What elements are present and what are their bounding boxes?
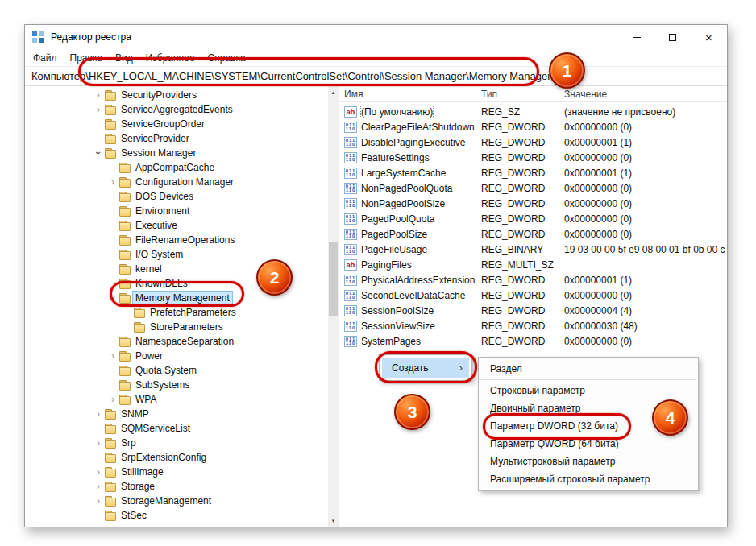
tree-item[interactable]: ›WPA [25,392,328,407]
reg-binary-icon [344,152,357,163]
column-header-name[interactable]: Имя [339,86,476,101]
tree-item-label: Srp [118,436,139,449]
registry-value-row[interactable]: DisablePagingExecutiveREG_DWORD0x0000000… [339,134,727,150]
tree-item[interactable]: Quota System [25,363,328,378]
tree-item[interactable]: ›Srp [25,436,328,450]
tree-item[interactable]: ›ServiceAggregatedEvents [25,102,328,117]
annotation-oval-create [375,351,477,383]
minimize-icon [633,37,641,38]
value-type: REG_DWORD [476,275,559,286]
value-type: REG_DWORD [476,168,559,179]
tree-item[interactable]: PrefetchParameters [25,305,328,320]
tree-item[interactable]: StoreParameters [25,320,328,334]
submenu-item[interactable]: Расширяемый строковый параметр [479,470,698,488]
value-data: (значение не присвоено) [559,106,727,118]
minimize-button[interactable] [618,25,654,49]
registry-value-row[interactable]: NonPagedPoolQuotaREG_DWORD0x00000000 (0) [339,180,727,196]
tree-item[interactable]: ›SecurityProviders [25,88,328,102]
folder-icon [118,337,131,347]
registry-value-row[interactable]: PhysicalAddressExtensionREG_DWORD0x00000… [339,272,727,287]
submenu-item[interactable]: Раздел [479,360,698,378]
registry-value-row[interactable]: NonPagedPoolSizeREG_DWORD0x00000000 (0) [339,196,727,211]
registry-value-row[interactable]: LargeSystemCacheREG_DWORD0x00000001 (1) [339,165,727,180]
tree-item[interactable]: ›StillImage [25,465,328,479]
tree-item[interactable]: StSec [25,508,328,523]
chevron-right-icon[interactable]: › [93,436,104,449]
tree-item[interactable]: ›Storage [25,479,328,494]
scroll-down-icon[interactable]: ▾ [328,515,339,527]
scrollbar-thumb[interactable] [329,242,338,316]
reg-string-icon [344,259,357,271]
reg-binary-icon [344,168,357,179]
value-type: REG_DWORD [476,229,559,240]
tree-item[interactable]: NamespaceSeparation [25,334,328,349]
tree-item-label: SNMP [118,407,152,420]
chevron-right-icon[interactable]: › [93,103,104,116]
tree-item[interactable]: ›StorageManagement [25,494,328,508]
tree-item[interactable]: SubSystems [25,378,328,392]
chevron-right-icon[interactable]: › [107,176,118,188]
registry-value-row[interactable]: PagedPoolSizeREG_DWORD0x00000000 (0) [339,226,727,242]
tree-vertical-scrollbar[interactable]: ▴ ▾ [328,86,339,527]
registry-value-row[interactable]: SecondLevelDataCacheREG_DWORD0x00000000 … [339,287,727,303]
annotation-step-4: 4 [652,399,688,436]
chevron-right-icon[interactable]: › [107,350,118,362]
tree-item-label: Storage [118,480,157,493]
tree-item[interactable]: SQMServiceList [25,421,328,436]
tree-item[interactable]: ›Power [25,349,328,363]
registry-value-row[interactable]: PagingFilesREG_MULTI_SZ [339,257,727,272]
submenu-item[interactable]: Мультистроковый параметр [479,453,698,470]
menu-item[interactable]: Файл [27,51,64,65]
column-header-value[interactable]: Значение [559,86,727,101]
annotation-step-2: 2 [256,259,293,296]
chevron-right-icon[interactable]: › [93,465,104,478]
folder-icon [104,424,117,434]
reg-binary-icon [344,122,357,133]
chevron-right-icon[interactable]: › [93,480,104,493]
registry-value-row[interactable]: FeatureSettingsREG_DWORD0x00000000 (0) [339,150,727,165]
registry-value-row[interactable]: (По умолчанию)REG_SZ(значение не присвое… [339,104,727,119]
tree-item[interactable]: ServiceGroupOrder [25,117,328,131]
folder-icon [104,105,117,115]
maximize-button[interactable] [654,25,691,49]
tree-item[interactable]: AppCompatCache [25,160,328,175]
scroll-up-icon[interactable]: ▴ [328,86,339,98]
registry-value-row[interactable]: ClearPageFileAtShutdownREG_DWORD0x000000… [339,119,727,134]
chevron-down-icon[interactable]: › [92,147,105,159]
folder-icon [118,264,131,275]
column-header-type[interactable]: Тип [476,86,559,101]
tree-item[interactable]: ServiceProvider [25,131,328,146]
tree-item-label: SubSystems [133,378,192,391]
submenu-item[interactable]: Строковый параметр [479,382,698,399]
chevron-right-icon[interactable]: › [93,89,104,101]
annotation-oval-dword [483,413,631,440]
value-data: 0x00000000 (0) [559,336,727,347]
values-column-headers: ИмяТипЗначение [339,86,727,102]
chevron-right-icon[interactable]: › [93,407,104,420]
titlebar[interactable]: Редактор реестра × [25,25,727,49]
tree-item[interactable]: Executive [25,218,328,233]
tree-item[interactable]: SrpExtensionConfig [25,450,328,465]
tree-item[interactable]: ›SNMP [25,407,328,421]
value-type: REG_DWORD [476,183,559,194]
close-button[interactable]: × [691,25,727,49]
chevron-right-icon[interactable]: › [93,494,104,507]
annotation-step-1: 1 [549,52,585,89]
chevron-right-icon[interactable]: › [107,393,118,406]
tree-item[interactable]: FileRenameOperations [25,233,328,247]
registry-value-row[interactable]: SessionViewSizeREG_DWORD0x00000030 (48) [339,318,727,333]
registry-value-row[interactable]: PageFileUsageREG_BINARY19 03 00 00 5f e9… [339,242,727,257]
reg-binary-icon [344,305,357,316]
tree-item[interactable]: ›Session Manager [25,146,328,160]
folder-icon [118,235,131,246]
tree-item[interactable]: I/O System [25,247,328,262]
tree-item[interactable]: ›Configuration Manager [25,175,328,189]
reg-binary-icon [344,275,357,286]
tree-item[interactable]: Environment [25,204,328,218]
registry-value-row[interactable]: PagedPoolQuotaREG_DWORD0x00000000 (0) [339,211,727,226]
registry-value-row[interactable]: SessionPoolSizeREG_DWORD0x00000004 (4) [339,303,727,318]
value-name: DisablePagingExecutive [361,137,465,148]
tree-item[interactable]: DOS Devices [25,189,328,204]
registry-value-row[interactable]: SystemPagesREG_DWORD0x00000000 (0) [339,333,727,349]
reg-binary-icon [344,137,357,148]
